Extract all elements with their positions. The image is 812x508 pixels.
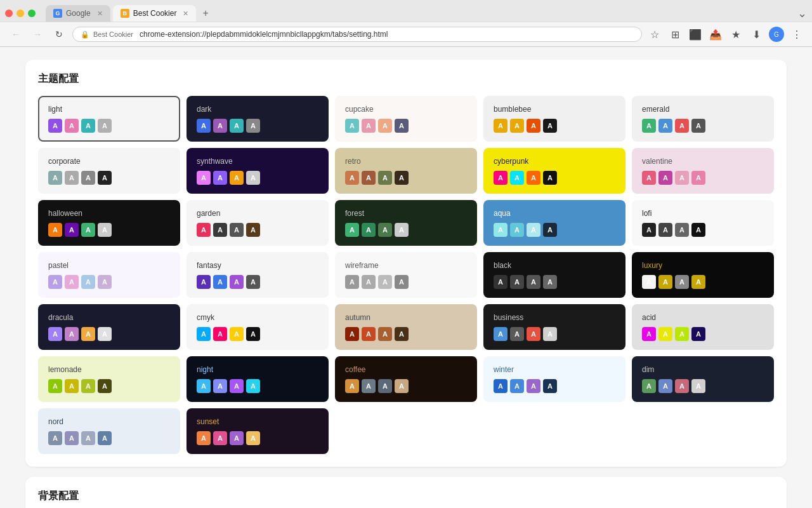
theme-card-business[interactable]: businessAAAA: [483, 304, 625, 350]
theme-card-aqua[interactable]: aquaAAAA: [483, 200, 625, 246]
theme-dot: A: [543, 275, 557, 289]
theme-card-dracula[interactable]: draculaAAAA: [38, 304, 180, 350]
tabs-overflow-button[interactable]: ⌄: [797, 6, 807, 20]
theme-dots-valentine: AAAA: [642, 171, 764, 185]
theme-card-emerald[interactable]: emeraldAAAA: [632, 96, 774, 142]
google-favicon: G: [53, 9, 62, 18]
theme-card-forest[interactable]: forestAAAA: [335, 200, 477, 246]
theme-card-light[interactable]: lightAAAA: [38, 96, 180, 142]
forward-button[interactable]: →: [29, 26, 46, 43]
theme-card-cyberpunk[interactable]: cyberpunkAAAA: [483, 148, 625, 194]
theme-name-retro: retro: [345, 157, 467, 166]
theme-dot: A: [246, 327, 260, 341]
theme-dot: A: [642, 275, 656, 289]
theme-dot: A: [675, 327, 689, 341]
theme-dot: A: [98, 223, 112, 237]
theme-card-lemonade[interactable]: lemonadeAAAA: [38, 356, 180, 402]
theme-card-bumblebee[interactable]: bumblebeeAAAA: [483, 96, 625, 142]
theme-dot: A: [81, 431, 95, 445]
address-bar[interactable]: 🔒 Best Cookier chrome-extension://plepda…: [72, 27, 642, 42]
tab-bestcookier[interactable]: B Best Cookier ✕: [113, 5, 197, 22]
tab-google-close[interactable]: ✕: [97, 10, 103, 18]
tab-google-label: Google: [66, 9, 91, 18]
theme-dot: A: [213, 275, 227, 289]
theme-dot: A: [48, 223, 62, 237]
tab-bestcookier-label: Best Cookier: [133, 9, 177, 18]
theme-card-cmyk[interactable]: cmykAAAA: [187, 304, 329, 350]
close-button[interactable]: [5, 10, 13, 17]
theme-dot: A: [81, 379, 95, 393]
theme-name-coffee: coffee: [345, 365, 467, 374]
toolbar-icons: ☆ ⊞ ⬛ 📤 ★ ⬇ G ⋮: [647, 27, 804, 42]
theme-card-cupcake[interactable]: cupcakeAAAA: [335, 96, 477, 142]
theme-dot: A: [48, 119, 62, 133]
extension-icon-2[interactable]: 📤: [708, 27, 723, 42]
theme-dot: A: [213, 119, 227, 133]
theme-name-winter: winter: [494, 365, 615, 374]
star-icon[interactable]: ☆: [647, 27, 662, 42]
theme-card-acid[interactable]: acidAAAA: [632, 304, 774, 350]
theme-card-wireframe[interactable]: wireframeAAAA: [335, 252, 477, 298]
theme-dot: A: [527, 119, 540, 133]
theme-name-night: night: [197, 365, 318, 374]
reload-button[interactable]: ↻: [51, 26, 67, 43]
theme-dot: A: [81, 119, 95, 133]
tab-google[interactable]: G Google ✕: [46, 5, 110, 22]
theme-dot: A: [691, 275, 705, 289]
theme-card-autumn[interactable]: autumnAAAA: [335, 304, 477, 350]
theme-card-nord[interactable]: nordAAAA: [38, 408, 180, 454]
theme-dot: A: [65, 119, 79, 133]
theme-card-halloween[interactable]: halloweenAAAA: [38, 200, 180, 246]
theme-card-valentine[interactable]: valentineAAAA: [632, 148, 774, 194]
theme-card-fantasy[interactable]: fantasyAAAA: [187, 252, 329, 298]
theme-dot: A: [65, 327, 79, 341]
theme-card-night[interactable]: nightAAAA: [187, 356, 329, 402]
theme-card-sunset[interactable]: sunsetAAAA: [187, 408, 329, 454]
menu-icon[interactable]: ⋮: [789, 27, 804, 42]
theme-card-garden[interactable]: gardenAAAA: [187, 200, 329, 246]
theme-dot: A: [494, 119, 508, 133]
theme-card-dark[interactable]: darkAAAA: [187, 96, 329, 142]
new-tab-button[interactable]: +: [199, 8, 212, 19]
theme-card-lofi[interactable]: lofiAAAA: [632, 200, 774, 246]
theme-card-black[interactable]: blackAAAA: [483, 252, 625, 298]
tab-bestcookier-close[interactable]: ✕: [183, 10, 188, 18]
theme-dots-synthwave: AAAA: [197, 171, 318, 185]
theme-name-dark: dark: [197, 105, 318, 114]
maximize-button[interactable]: [28, 10, 36, 17]
theme-dot: A: [230, 275, 244, 289]
theme-card-synthwave[interactable]: synthwaveAAAA: [187, 148, 329, 194]
minimize-button[interactable]: [16, 10, 24, 17]
theme-card-coffee[interactable]: coffeeAAAA: [335, 356, 477, 402]
theme-dots-corporate: AAAA: [48, 171, 170, 185]
theme-card-retro[interactable]: retroAAAA: [335, 148, 477, 194]
back-button[interactable]: ←: [8, 26, 24, 43]
bestcookier-favicon: B: [121, 9, 129, 18]
theme-dot: A: [230, 171, 244, 185]
theme-dots-dark: AAAA: [197, 119, 318, 133]
theme-dot: A: [675, 223, 689, 237]
theme-card-luxury[interactable]: luxuryAAAA: [632, 252, 774, 298]
theme-dot: A: [395, 379, 409, 393]
profile-avatar[interactable]: G: [769, 27, 784, 42]
bookmarks-icon[interactable]: ★: [728, 27, 743, 42]
extensions-icon[interactable]: ⊞: [667, 27, 683, 42]
theme-dot: A: [246, 171, 260, 185]
theme-name-corporate: corporate: [48, 157, 170, 166]
theme-dot: A: [642, 119, 656, 133]
theme-card-pastel[interactable]: pastelAAAA: [38, 252, 180, 298]
theme-dot: A: [230, 431, 244, 445]
theme-card-dim[interactable]: dimAAAA: [632, 356, 774, 402]
theme-name-nord: nord: [48, 417, 170, 426]
theme-dot: A: [98, 171, 112, 185]
theme-card-corporate[interactable]: corporateAAAA: [38, 148, 180, 194]
theme-dot: A: [395, 275, 409, 289]
theme-dots-sunset: AAAA: [197, 431, 318, 445]
main-panel: 主题配置 lightAAAAdarkAAAAcupcakeAAAAbumbleb…: [13, 47, 799, 508]
theme-dots-halloween: AAAA: [48, 223, 170, 237]
download-icon[interactable]: ⬇: [749, 27, 764, 42]
extension-icon-1[interactable]: ⬛: [688, 27, 703, 42]
theme-dot: A: [642, 379, 656, 393]
theme-name-business: business: [494, 313, 615, 322]
theme-card-winter[interactable]: winterAAAA: [483, 356, 625, 402]
